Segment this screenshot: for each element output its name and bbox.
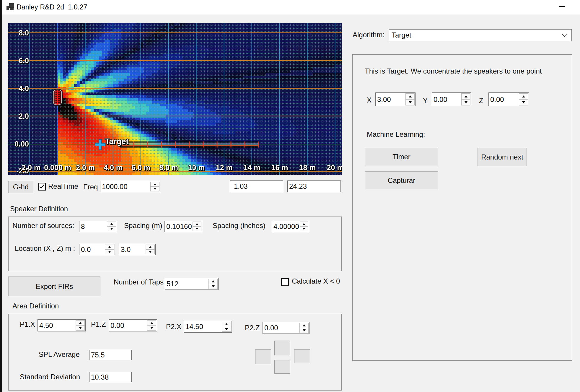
svg-text:0.00: 0.00 [14, 140, 29, 148]
svg-text:Target: Target [105, 137, 129, 146]
svg-text:18 m: 18 m [299, 163, 316, 172]
svg-text:4.0 m: 4.0 m [104, 163, 123, 172]
svg-text:-2.0 m: -2.0 m [19, 163, 40, 172]
svg-text:6.0 m: 6.0 m [131, 163, 150, 172]
svg-text:2.0: 2.0 [19, 112, 29, 120]
svg-text:2.0 m: 2.0 m [76, 163, 95, 172]
svg-text:10 m: 10 m [188, 163, 205, 172]
svg-text:8.0: 8.0 [19, 29, 29, 37]
svg-text:6.0: 6.0 [19, 56, 29, 65]
svg-text:0.000 m: 0.000 m [44, 163, 71, 172]
svg-text:20 m: 20 m [327, 163, 342, 172]
svg-text:4.0: 4.0 [19, 84, 29, 92]
svg-text:8.0 m: 8.0 m [159, 163, 178, 172]
svg-text:14 m: 14 m [244, 163, 260, 172]
svg-text:12 m: 12 m [216, 163, 233, 172]
svg-text:16 m: 16 m [271, 163, 288, 172]
